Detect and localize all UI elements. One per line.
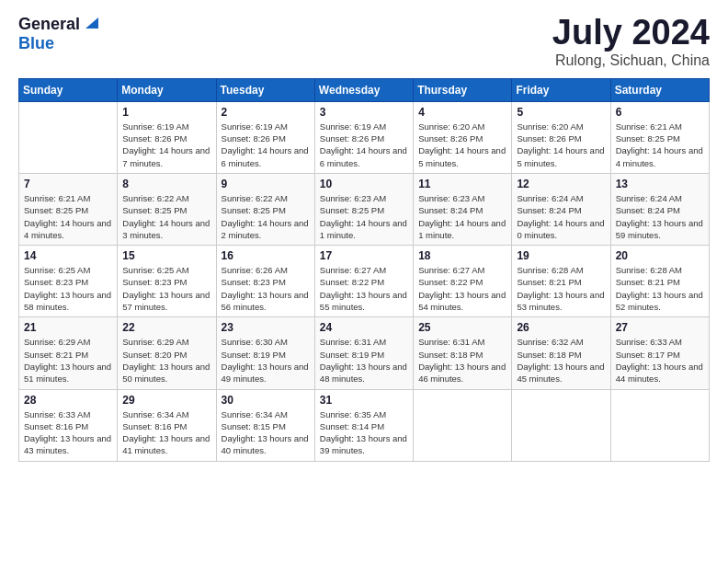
day-cell: 26Sunrise: 6:32 AM Sunset: 8:18 PM Dayli…	[512, 317, 610, 389]
day-info: Sunrise: 6:20 AM Sunset: 8:26 PM Dayligh…	[418, 121, 506, 169]
day-number: 24	[320, 321, 408, 334]
day-number: 21	[24, 321, 112, 334]
page: General Blue July 2024 Rulong, Sichuan, …	[0, 0, 728, 563]
day-info: Sunrise: 6:21 AM Sunset: 8:25 PM Dayligh…	[24, 192, 112, 241]
day-info: Sunrise: 6:22 AM Sunset: 8:25 PM Dayligh…	[222, 192, 310, 241]
day-cell: 12Sunrise: 6:24 AM Sunset: 8:24 PM Dayli…	[512, 173, 610, 245]
day-info: Sunrise: 6:22 AM Sunset: 8:25 PM Dayligh…	[122, 192, 210, 241]
day-number: 4	[418, 106, 506, 119]
day-cell: 22Sunrise: 6:29 AM Sunset: 8:20 PM Dayli…	[118, 317, 216, 389]
day-cell: 7Sunrise: 6:21 AM Sunset: 8:25 PM Daylig…	[19, 173, 118, 245]
day-cell: 21Sunrise: 6:29 AM Sunset: 8:21 PM Dayli…	[19, 317, 118, 389]
day-info: Sunrise: 6:28 AM Sunset: 8:21 PM Dayligh…	[517, 264, 605, 313]
logo-blue-text: Blue	[18, 34, 54, 53]
day-number: 31	[320, 394, 408, 407]
day-cell: 2Sunrise: 6:19 AM Sunset: 8:26 PM Daylig…	[216, 101, 314, 173]
col-saturday: Saturday	[610, 78, 709, 101]
day-cell: 9Sunrise: 6:22 AM Sunset: 8:25 PM Daylig…	[216, 173, 314, 245]
day-cell: 19Sunrise: 6:28 AM Sunset: 8:21 PM Dayli…	[512, 246, 610, 317]
day-number: 30	[222, 394, 310, 407]
day-number: 20	[616, 249, 704, 262]
day-number: 26	[517, 321, 605, 334]
day-number: 14	[24, 249, 112, 262]
day-cell: 24Sunrise: 6:31 AM Sunset: 8:19 PM Dayli…	[314, 317, 413, 389]
day-info: Sunrise: 6:31 AM Sunset: 8:19 PM Dayligh…	[320, 336, 408, 385]
day-info: Sunrise: 6:19 AM Sunset: 8:26 PM Dayligh…	[320, 121, 408, 169]
week-row-2: 7Sunrise: 6:21 AM Sunset: 8:25 PM Daylig…	[19, 173, 710, 245]
day-cell: 6Sunrise: 6:21 AM Sunset: 8:25 PM Daylig…	[610, 101, 709, 173]
day-info: Sunrise: 6:32 AM Sunset: 8:18 PM Dayligh…	[517, 336, 605, 385]
day-info: Sunrise: 6:26 AM Sunset: 8:23 PM Dayligh…	[222, 264, 310, 313]
day-number: 16	[222, 249, 310, 262]
day-cell: 17Sunrise: 6:27 AM Sunset: 8:22 PM Dayli…	[314, 246, 413, 317]
day-cell: 13Sunrise: 6:24 AM Sunset: 8:24 PM Dayli…	[610, 173, 709, 245]
day-number: 10	[320, 178, 408, 190]
day-number: 15	[122, 249, 210, 262]
day-number: 1	[122, 106, 210, 119]
day-info: Sunrise: 6:29 AM Sunset: 8:20 PM Dayligh…	[122, 336, 210, 385]
location: Rulong, Sichuan, China	[552, 52, 710, 69]
day-info: Sunrise: 6:33 AM Sunset: 8:17 PM Dayligh…	[616, 336, 704, 385]
month-title: July 2024	[552, 14, 710, 52]
day-cell: 25Sunrise: 6:31 AM Sunset: 8:18 PM Dayli…	[414, 317, 512, 389]
day-cell: 1Sunrise: 6:19 AM Sunset: 8:26 PM Daylig…	[118, 101, 216, 173]
day-info: Sunrise: 6:27 AM Sunset: 8:22 PM Dayligh…	[320, 264, 408, 313]
day-info: Sunrise: 6:21 AM Sunset: 8:25 PM Dayligh…	[616, 121, 704, 169]
day-cell: 23Sunrise: 6:30 AM Sunset: 8:19 PM Dayli…	[216, 317, 314, 389]
day-info: Sunrise: 6:19 AM Sunset: 8:26 PM Dayligh…	[122, 121, 210, 169]
day-number: 8	[122, 178, 210, 190]
day-number: 19	[517, 249, 605, 262]
day-info: Sunrise: 6:20 AM Sunset: 8:26 PM Dayligh…	[517, 121, 605, 169]
day-info: Sunrise: 6:24 AM Sunset: 8:24 PM Dayligh…	[616, 192, 704, 241]
day-cell: 28Sunrise: 6:33 AM Sunset: 8:16 PM Dayli…	[19, 389, 118, 461]
day-cell: 10Sunrise: 6:23 AM Sunset: 8:25 PM Dayli…	[314, 173, 413, 245]
day-info: Sunrise: 6:29 AM Sunset: 8:21 PM Dayligh…	[24, 336, 112, 385]
day-info: Sunrise: 6:23 AM Sunset: 8:25 PM Dayligh…	[320, 192, 408, 241]
day-cell: 15Sunrise: 6:25 AM Sunset: 8:23 PM Dayli…	[118, 246, 216, 317]
svg-marker-0	[85, 17, 98, 29]
day-cell: 29Sunrise: 6:34 AM Sunset: 8:16 PM Dayli…	[118, 389, 216, 461]
day-number: 3	[320, 106, 408, 119]
day-info: Sunrise: 6:34 AM Sunset: 8:16 PM Dayligh…	[122, 408, 210, 457]
day-info: Sunrise: 6:24 AM Sunset: 8:24 PM Dayligh…	[517, 192, 605, 241]
day-cell: 3Sunrise: 6:19 AM Sunset: 8:26 PM Daylig…	[314, 101, 413, 173]
day-number: 9	[222, 178, 310, 190]
day-number: 11	[418, 178, 506, 190]
col-monday: Monday	[118, 78, 216, 101]
day-info: Sunrise: 6:30 AM Sunset: 8:19 PM Dayligh…	[222, 336, 310, 385]
day-cell	[512, 389, 610, 461]
day-number: 13	[616, 178, 704, 190]
day-cell: 4Sunrise: 6:20 AM Sunset: 8:26 PM Daylig…	[414, 101, 512, 173]
day-info: Sunrise: 6:28 AM Sunset: 8:21 PM Dayligh…	[616, 264, 704, 313]
day-cell	[19, 101, 118, 173]
week-row-4: 21Sunrise: 6:29 AM Sunset: 8:21 PM Dayli…	[19, 317, 710, 389]
header-row: Sunday Monday Tuesday Wednesday Thursday…	[19, 78, 710, 101]
day-number: 5	[517, 106, 605, 119]
calendar-table: Sunday Monday Tuesday Wednesday Thursday…	[18, 78, 710, 462]
day-cell: 16Sunrise: 6:26 AM Sunset: 8:23 PM Dayli…	[216, 246, 314, 317]
day-number: 18	[418, 249, 506, 262]
day-number: 22	[122, 321, 210, 334]
day-cell: 14Sunrise: 6:25 AM Sunset: 8:23 PM Dayli…	[19, 246, 118, 317]
col-tuesday: Tuesday	[216, 78, 314, 101]
day-number: 2	[222, 106, 310, 119]
day-number: 28	[24, 394, 112, 407]
day-cell	[610, 389, 709, 461]
day-info: Sunrise: 6:19 AM Sunset: 8:26 PM Dayligh…	[222, 121, 310, 169]
day-cell: 31Sunrise: 6:35 AM Sunset: 8:14 PM Dayli…	[314, 389, 413, 461]
day-number: 25	[418, 321, 506, 334]
day-number: 17	[320, 249, 408, 262]
title-area: July 2024 Rulong, Sichuan, China	[552, 14, 710, 69]
day-cell	[414, 389, 512, 461]
day-info: Sunrise: 6:33 AM Sunset: 8:16 PM Dayligh…	[24, 408, 112, 457]
day-cell: 20Sunrise: 6:28 AM Sunset: 8:21 PM Dayli…	[610, 246, 709, 317]
logo-triangle-icon	[84, 14, 100, 30]
day-number: 12	[517, 178, 605, 190]
day-cell: 18Sunrise: 6:27 AM Sunset: 8:22 PM Dayli…	[414, 246, 512, 317]
day-number: 6	[616, 106, 704, 119]
col-thursday: Thursday	[414, 78, 512, 101]
day-info: Sunrise: 6:23 AM Sunset: 8:24 PM Dayligh…	[418, 192, 506, 241]
day-number: 23	[222, 321, 310, 334]
col-sunday: Sunday	[19, 78, 118, 101]
week-row-5: 28Sunrise: 6:33 AM Sunset: 8:16 PM Dayli…	[19, 389, 710, 461]
